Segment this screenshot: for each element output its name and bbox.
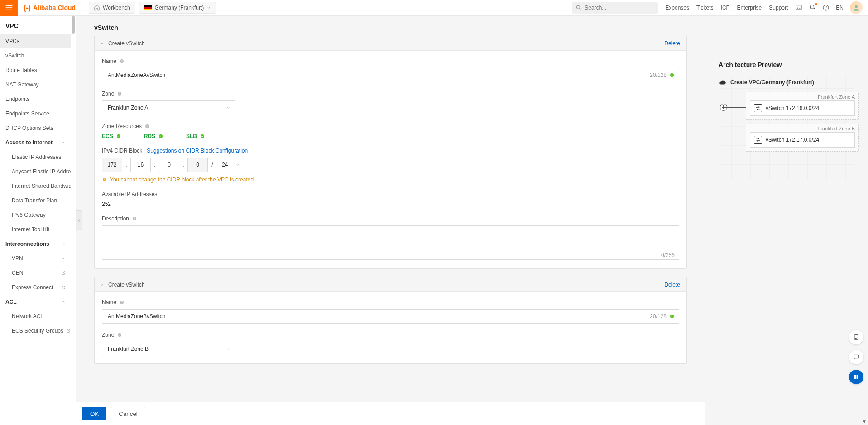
sidebar-group[interactable]: Access to Internet — [0, 135, 71, 150]
zone-select-b[interactable]: Frankfurt Zone B — [102, 342, 235, 356]
name-input-b[interactable] — [102, 309, 679, 324]
sidebar-sub-item[interactable]: IPv6 Gateway — [0, 208, 71, 222]
check-icon — [669, 72, 675, 78]
cidr-o1 — [102, 158, 122, 172]
cancel-button[interactable]: Cancel — [111, 407, 145, 420]
sidebar-sub-item[interactable]: Elastic IP Addresses — [0, 150, 71, 164]
resource-ecs: ECS — [102, 133, 121, 139]
vswitch-panel-b: Create vSwitch Delete Name 20/128 — [94, 277, 687, 364]
preview-vpc-node: Create VPC/Germany (Frankfurt) — [719, 78, 814, 86]
chat-tool[interactable] — [849, 350, 863, 364]
sidebar-group[interactable]: ACL — [0, 295, 71, 309]
sidebar: VPC VPCsvSwitchRoute TablesNAT GatewayEn… — [0, 16, 76, 425]
link-expenses[interactable]: Expenses — [665, 5, 689, 11]
cidr-suggestion-link[interactable]: Suggestions on CIDR Block Configuration — [147, 148, 248, 154]
avatar[interactable] — [850, 1, 863, 14]
ok-button[interactable]: OK — [82, 407, 106, 420]
chevron-down-icon — [226, 105, 230, 110]
sidebar-sub-item[interactable]: Network ACL — [0, 309, 71, 324]
sidebar-item[interactable]: Endpoints — [0, 92, 71, 106]
region-selector[interactable]: Germany (Frankfurt) — [139, 2, 216, 14]
help-icon[interactable] — [119, 58, 125, 64]
help-icon[interactable] — [119, 300, 125, 305]
footer-actions: OK Cancel — [76, 402, 705, 425]
desc-counter: 0/256 — [661, 252, 675, 258]
preview-zone-a: Frankfurt Zone A vSwitch 172.16.0.0/24 — [746, 92, 859, 120]
sidebar-group[interactable]: Interconnections — [0, 237, 71, 251]
zone-select-a[interactable]: Frankfurt Zone A — [102, 100, 235, 115]
floating-tools — [849, 330, 863, 384]
cidr-o4 — [187, 158, 208, 172]
lang-toggle[interactable]: EN — [836, 5, 844, 11]
sidebar-sub-item[interactable]: Internet Tool Kit — [0, 222, 71, 237]
delete-link[interactable]: Delete — [664, 40, 680, 47]
sidebar-item[interactable]: NAT Gateway — [0, 77, 71, 92]
help-icon[interactable] — [822, 4, 830, 11]
sidebar-scrollbar[interactable] — [71, 16, 76, 425]
sidebar-title: VPC — [0, 16, 76, 34]
divider — [85, 3, 85, 12]
sidebar-sub-item[interactable]: VPN — [0, 251, 71, 266]
bell-icon[interactable] — [809, 4, 816, 11]
link-tickets[interactable]: Tickets — [696, 5, 714, 11]
sidebar-sub-item[interactable]: Data Transfer Plan — [0, 193, 71, 208]
brand-logo[interactable]: (-) Alibaba Cloud — [18, 3, 81, 13]
sidebar-item[interactable]: vSwitch — [0, 48, 71, 63]
cloudshell-icon[interactable] — [795, 4, 802, 11]
available-ips: 252 — [102, 201, 679, 207]
sidebar-sub-item[interactable]: Internet Shared Bandwidth — [0, 179, 71, 193]
help-icon[interactable] — [132, 216, 137, 221]
clipboard-tool[interactable] — [849, 330, 863, 344]
architecture-preview: Architecture Preview Create VPC/Germany … — [705, 16, 868, 425]
collapse-icon[interactable] — [99, 41, 105, 46]
panel-title: Create vSwitch — [108, 40, 145, 47]
help-icon[interactable] — [117, 91, 122, 96]
switch-icon — [754, 136, 762, 144]
link-icp[interactable]: ICP — [721, 5, 730, 11]
search-icon — [575, 5, 582, 11]
menu-button[interactable] — [0, 0, 18, 16]
link-enterprise[interactable]: Enterprise — [737, 5, 762, 11]
sidebar-collapse-handle[interactable] — [76, 210, 82, 230]
scroll-indicator[interactable]: ▼ — [861, 418, 868, 425]
sidebar-item[interactable]: Route Tables — [0, 63, 71, 77]
top-links: Expenses Tickets ICP Enterprise Support — [665, 5, 788, 11]
form-column: vSwitch Create vSwitch Delete Name — [76, 16, 705, 425]
preview-zone-b: Frankfurt Zone B vSwitch 172.17.0.0/24 — [746, 124, 859, 152]
sidebar-sub-item[interactable]: Express Connect — [0, 280, 71, 295]
cidr-o3[interactable] — [159, 158, 179, 172]
top-bar: (-) Alibaba Cloud Workbench Germany (Fra… — [0, 0, 868, 16]
help-icon[interactable] — [117, 332, 122, 338]
sidebar-sub-item[interactable]: Anycast Elastic IP Addresses — [0, 164, 71, 179]
sidebar-sub-item[interactable]: CEN — [0, 266, 71, 280]
cidr-row: . . . / 24 — [102, 158, 679, 172]
sidebar-sub-item[interactable]: ECS Security Groups — [0, 324, 71, 338]
cloud-icon — [719, 78, 727, 86]
workbench-button[interactable]: Workbench — [89, 2, 135, 14]
name-counter: 20/128 — [650, 72, 667, 78]
apps-tool[interactable] — [849, 370, 863, 384]
preview-switch-a: vSwitch 172.16.0.0/24 — [750, 100, 855, 116]
flag-de-icon — [144, 5, 152, 10]
search-box — [572, 2, 658, 14]
search-input[interactable] — [572, 2, 658, 14]
cidr-o2[interactable] — [130, 158, 151, 172]
logo-icon: (-) — [24, 3, 30, 13]
panel-title: Create vSwitch — [108, 282, 145, 288]
resource-rds: RDS — [144, 133, 163, 139]
delete-link[interactable]: Delete — [664, 282, 680, 288]
name-input-a[interactable] — [102, 68, 679, 82]
link-support[interactable]: Support — [769, 5, 788, 11]
sidebar-item[interactable]: Endpoints Service — [0, 106, 71, 121]
sidebar-item[interactable]: DHCP Options Sets — [0, 121, 71, 135]
preview-switch-b: vSwitch 172.17.0.0/24 — [750, 132, 855, 148]
chevron-down-icon — [226, 347, 230, 351]
check-icon — [669, 314, 675, 319]
cidr-mask-select[interactable]: 24 — [217, 158, 244, 172]
sidebar-item[interactable]: VPCs — [0, 34, 71, 48]
help-icon[interactable] — [144, 124, 150, 129]
description-input-a[interactable] — [102, 225, 679, 260]
preview-title: Architecture Preview — [719, 61, 854, 68]
collapse-icon[interactable] — [99, 282, 105, 287]
resource-slb: SLB — [186, 133, 205, 139]
